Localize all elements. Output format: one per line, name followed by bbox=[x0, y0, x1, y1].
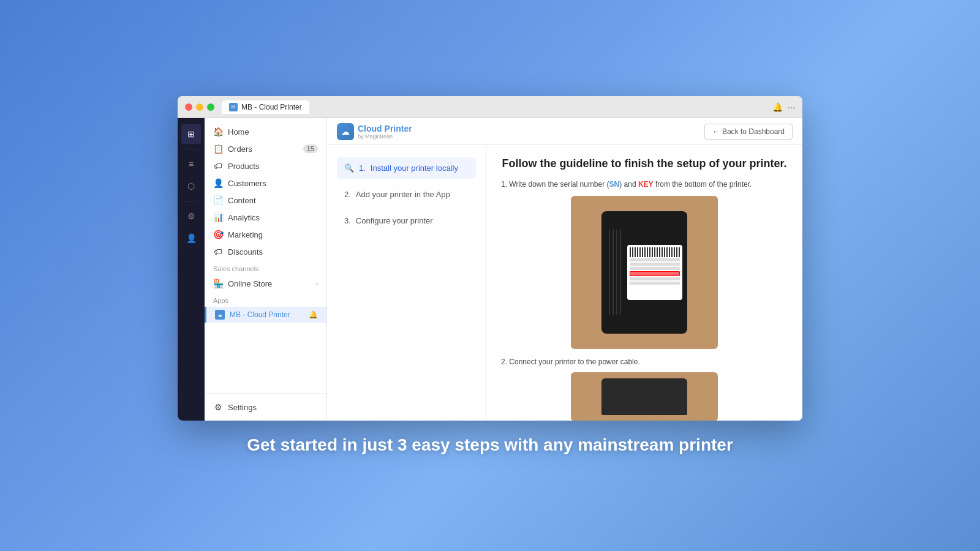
browser-controls: 🔔 ··· bbox=[772, 102, 795, 112]
label-line-5 bbox=[630, 282, 680, 285]
label-line-4 bbox=[630, 277, 680, 280]
content-split: 🔍 1. Install your printer locally 2. Add… bbox=[327, 145, 802, 421]
back-button-label: Back to Dashboard bbox=[722, 127, 785, 136]
dark-sidebar: ⊞ ≡ ⬡ ⚙ 👤 bbox=[178, 118, 205, 421]
step-2-item[interactable]: 2. Add your printer in the App bbox=[337, 184, 476, 205]
sidebar-label-home: Home bbox=[228, 127, 249, 137]
key-highlight: KEY bbox=[638, 180, 654, 189]
sidebar-label-settings: Settings bbox=[228, 403, 257, 412]
back-to-dashboard-button[interactable]: ← Back to Dashboard bbox=[704, 124, 793, 140]
printer-top-illustration bbox=[601, 378, 687, 415]
users-nav-icon[interactable]: 👤 bbox=[181, 228, 201, 248]
sidebar-item-customers[interactable]: 👤 Customers bbox=[205, 174, 326, 192]
store-icon: 🏪 bbox=[213, 279, 223, 288]
label-highlight-sn bbox=[630, 271, 680, 276]
sidebar-label-orders: Orders bbox=[228, 144, 252, 154]
main-content: ☁ Cloud Printer by MagicBean ← Back to D… bbox=[327, 118, 802, 421]
step1-search-icon: 🔍 bbox=[344, 163, 354, 173]
sn-highlight: SN bbox=[609, 180, 620, 189]
main-header: ☁ Cloud Printer by MagicBean ← Back to D… bbox=[327, 118, 802, 145]
sidebar-label-cloud-printer: MB - Cloud Printer bbox=[230, 310, 290, 319]
step-1-text: Install your printer locally bbox=[371, 163, 458, 173]
logo-title: Cloud Printer bbox=[358, 124, 412, 133]
back-arrow-icon: ← bbox=[712, 127, 720, 136]
browser-tab[interactable]: M MB - Cloud Printer bbox=[222, 100, 309, 114]
nav-bottom: ⚙ Settings bbox=[205, 393, 326, 416]
vent-1 bbox=[609, 230, 610, 315]
guide-title: Follow the guideline to finish the setup… bbox=[501, 157, 788, 170]
menu-nav-icon[interactable]: ≡ bbox=[181, 154, 201, 174]
more-icon[interactable]: ··· bbox=[788, 102, 795, 112]
orders-icon: 📋 bbox=[213, 144, 223, 154]
printer-bottom-image bbox=[571, 196, 718, 349]
sidebar-label-content: Content bbox=[228, 196, 256, 205]
browser-titlebar: M MB - Cloud Printer 🔔 ··· bbox=[178, 96, 802, 118]
grid-nav-icon[interactable]: ⊞ bbox=[181, 124, 201, 144]
vent-4 bbox=[620, 230, 621, 315]
bell-icon[interactable]: 🔔 bbox=[772, 102, 783, 112]
step-1-item[interactable]: 🔍 1. Install your printer locally bbox=[337, 157, 476, 179]
cloud-printer-bell-icon[interactable]: 🔔 bbox=[309, 310, 318, 319]
sidebar-item-analytics[interactable]: 📊 Analytics bbox=[205, 209, 326, 226]
network-nav-icon[interactable]: ⬡ bbox=[181, 176, 201, 196]
label-line-3 bbox=[630, 267, 680, 270]
step-3-text: Configure your printer bbox=[356, 216, 433, 225]
sidebar-item-content[interactable]: 📄 Content bbox=[205, 192, 326, 209]
content-icon: 📄 bbox=[213, 195, 223, 205]
window-controls bbox=[185, 103, 214, 111]
label-line-2 bbox=[630, 263, 680, 266]
sidebar-label-analytics: Analytics bbox=[228, 213, 260, 222]
store-arrow-icon: › bbox=[316, 280, 318, 287]
orders-badge: 15 bbox=[303, 144, 318, 153]
sales-channels-label: Sales channels bbox=[205, 260, 326, 275]
cloud-printer-icon: ☁ bbox=[215, 310, 225, 320]
marketing-icon: 🎯 bbox=[213, 230, 223, 239]
step-2-text: Add your printer in the App bbox=[356, 190, 450, 199]
guide-step2-text: 2. Connect your printer to the power cab… bbox=[501, 358, 788, 366]
analytics-icon: 📊 bbox=[213, 212, 223, 222]
step1-text-prefix: 1. Write down the serial number ( bbox=[501, 180, 609, 189]
sidebar-item-settings[interactable]: ⚙ Settings bbox=[205, 399, 326, 416]
step-1-label: 1. bbox=[359, 163, 366, 173]
step1-text-suffix: from the bottom of the printer. bbox=[654, 180, 752, 189]
printer-label-sticker bbox=[627, 245, 682, 300]
settings-icon: ⚙ bbox=[213, 402, 223, 412]
sidebar-label-online-store: Online Store bbox=[228, 279, 272, 288]
step-3-item[interactable]: 3. Configure your printer bbox=[337, 210, 476, 231]
sidebar-item-home[interactable]: 🏠 Home bbox=[205, 123, 326, 140]
sidebar-item-discounts[interactable]: 🏷 Discounts bbox=[205, 243, 326, 260]
apps-label: Apps bbox=[205, 292, 326, 307]
app-body: ⊞ ≡ ⬡ ⚙ 👤 🏠 Home 📋 Orders 15 🏷 Products bbox=[178, 118, 802, 421]
label-line-1 bbox=[630, 258, 680, 261]
nav-sidebar: 🏠 Home 📋 Orders 15 🏷 Products 👤 Customer… bbox=[205, 118, 327, 421]
sidebar-item-cloud-printer[interactable]: ☁ MB - Cloud Printer 🔔 bbox=[205, 307, 326, 323]
vent-3 bbox=[616, 230, 617, 315]
products-icon: 🏷 bbox=[213, 161, 223, 171]
home-icon: 🏠 bbox=[213, 127, 223, 137]
printer-vents bbox=[609, 230, 621, 315]
sidebar-divider-2 bbox=[184, 201, 198, 201]
sidebar-label-products: Products bbox=[228, 162, 259, 171]
tab-label: MB - Cloud Printer bbox=[241, 103, 302, 111]
logo-text: Cloud Printer by MagicBean bbox=[358, 124, 412, 140]
step-2-label: 2. bbox=[344, 190, 351, 199]
sidebar-item-marketing[interactable]: 🎯 Marketing bbox=[205, 226, 326, 243]
sidebar-item-online-store[interactable]: 🏪 Online Store › bbox=[205, 275, 326, 292]
minimize-button[interactable] bbox=[196, 103, 203, 111]
vent-2 bbox=[612, 230, 614, 315]
bottom-tagline: Get started in just 3 easy steps with an… bbox=[247, 435, 733, 455]
sidebar-item-orders[interactable]: 📋 Orders 15 bbox=[205, 140, 326, 157]
guide-panel: Follow the guideline to finish the setup… bbox=[486, 145, 802, 421]
step-3-label: 3. bbox=[344, 216, 351, 225]
steps-panel: 🔍 1. Install your printer locally 2. Add… bbox=[327, 145, 486, 421]
maximize-button[interactable] bbox=[207, 103, 214, 111]
step1-text-mid: ) and bbox=[619, 180, 638, 189]
printer-power-image bbox=[571, 372, 718, 421]
browser-window: M MB - Cloud Printer 🔔 ··· ⊞ ≡ ⬡ ⚙ 👤 🏠 H… bbox=[178, 96, 802, 421]
close-button[interactable] bbox=[185, 103, 192, 111]
printer-device-illustration bbox=[601, 211, 687, 334]
sidebar-item-products[interactable]: 🏷 Products bbox=[205, 157, 326, 174]
sidebar-label-customers: Customers bbox=[228, 179, 266, 188]
settings-nav-icon[interactable]: ⚙ bbox=[181, 206, 201, 226]
guide-step1-text: 1. Write down the serial number (SN) and… bbox=[501, 179, 788, 190]
